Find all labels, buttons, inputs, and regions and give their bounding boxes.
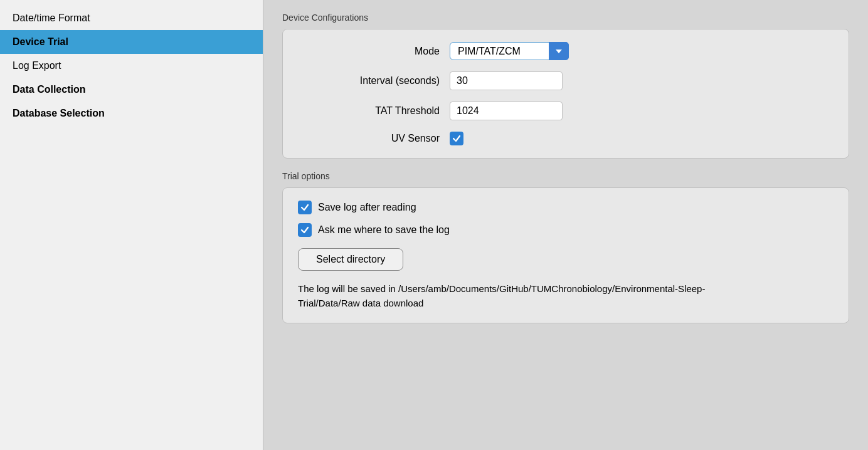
- save-log-checkbox[interactable]: [298, 201, 312, 214]
- trial-options-card: Save log after reading Ask me where to s…: [282, 187, 849, 323]
- sidebar-item-device-trial[interactable]: Device Trial: [0, 30, 263, 54]
- device-configurations-title: Device Configurations: [282, 13, 849, 23]
- device-configurations-card: Mode PIM/TAT/ZCM PIM TAT ZCM Interval (s…: [282, 29, 849, 159]
- uv-sensor-row: UV Sensor: [302, 132, 830, 145]
- sidebar-item-log-export[interactable]: Log Export: [0, 54, 263, 78]
- ask-where-checkbox-wrapper: Ask me where to save the log: [298, 223, 450, 237]
- save-log-checkbox-wrapper: Save log after reading: [298, 201, 416, 214]
- ask-where-label: Ask me where to save the log: [318, 224, 450, 236]
- save-path-text: The log will be saved in /Users/amb/Docu…: [298, 282, 737, 310]
- select-directory-button[interactable]: Select directory: [298, 248, 403, 271]
- mode-label: Mode: [302, 46, 440, 57]
- save-log-label: Save log after reading: [318, 202, 416, 213]
- ask-where-checkbox[interactable]: [298, 223, 312, 237]
- mode-select-wrapper: PIM/TAT/ZCM PIM TAT ZCM: [450, 42, 569, 60]
- main-content: Device Configurations Mode PIM/TAT/ZCM P…: [263, 0, 868, 450]
- sidebar-item-database-selection[interactable]: Database Selection: [0, 102, 263, 125]
- save-log-row: Save log after reading: [298, 201, 834, 214]
- tat-threshold-row: TAT Threshold: [302, 102, 830, 120]
- interval-row: Interval (seconds): [302, 71, 830, 90]
- mode-select[interactable]: PIM/TAT/ZCM PIM TAT ZCM: [450, 42, 569, 60]
- sidebar: Date/time Format Device Trial Log Export…: [0, 0, 263, 450]
- interval-input[interactable]: [450, 71, 563, 90]
- uv-sensor-checkbox[interactable]: [450, 132, 463, 145]
- mode-row: Mode PIM/TAT/ZCM PIM TAT ZCM: [302, 42, 830, 60]
- trial-options-title: Trial options: [282, 171, 849, 181]
- sidebar-item-datetime-format[interactable]: Date/time Format: [0, 6, 263, 30]
- tat-threshold-input[interactable]: [450, 102, 563, 120]
- uv-sensor-label: UV Sensor: [302, 133, 440, 144]
- interval-label: Interval (seconds): [302, 75, 440, 86]
- sidebar-item-data-collection[interactable]: Data Collection: [0, 78, 263, 102]
- tat-threshold-label: TAT Threshold: [302, 105, 440, 117]
- ask-where-row: Ask me where to save the log: [298, 223, 834, 237]
